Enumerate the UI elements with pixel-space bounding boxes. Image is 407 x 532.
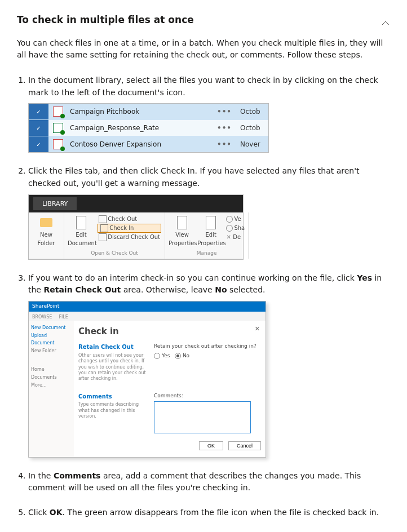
step-5: Click OK. The green arrow disappears fro… (28, 507, 390, 519)
file-icon (48, 136, 68, 152)
retain-desc: Other users will not see your changes un… (78, 353, 146, 382)
radio-no (175, 353, 181, 359)
step-2-text: Click the Files tab, and then click Chec… (28, 166, 360, 188)
intro-text: You can check files in one at a time, or… (17, 37, 390, 61)
more-icon: ••• (213, 123, 236, 134)
file-name: Campaign Pitchbook (68, 107, 213, 117)
comments-label: Comments: (154, 392, 261, 400)
file-icon (48, 104, 68, 119)
radio-group: Yes No (154, 352, 261, 360)
comments-textarea (154, 401, 251, 433)
new-folder-button: New Folder (33, 215, 60, 248)
comments-desc: Type comments describing what has change… (78, 402, 146, 419)
check-out-button: Check Out (98, 215, 161, 224)
file-month: Octob (236, 123, 268, 134)
group-title: Open & Check Out (68, 248, 161, 258)
file-name: Campaign_Response_Rate (68, 123, 213, 134)
ok-button: OK (199, 441, 223, 450)
discard-checkout-button: Discard Check Out (98, 233, 161, 242)
file-name: Contoso Denver Expansion (68, 139, 213, 150)
collapse-icon[interactable] (381, 19, 390, 30)
file-row: ✓ Campaign Pitchbook ••• Octob (29, 104, 268, 119)
step-3: If you want to do an interim check-in so… (28, 272, 390, 458)
edit-document-button: Edit Document (68, 215, 95, 248)
step-1-text: In the document library, select all the … (28, 76, 378, 97)
properties-icon (177, 216, 187, 229)
file-row: ✓ Campaign_Response_Rate ••• Octob (29, 119, 268, 136)
sharepoint-nav: SharePoint (29, 302, 266, 312)
version-button: Ve (226, 215, 245, 224)
browse-tab: BROWSE (29, 314, 55, 321)
cancel-button: Cancel (228, 441, 261, 450)
ribbon-screenshot: LIBRARY New Folder Edit Document (28, 194, 244, 260)
file-list-screenshot: ✓ Campaign Pitchbook ••• Octob ✓ Campaig… (28, 103, 269, 153)
checkmark-icon: ✓ (29, 104, 48, 119)
folder-icon (40, 218, 52, 227)
more-icon: ••• (213, 107, 236, 117)
section-heading[interactable]: To check in multiple files at once (17, 14, 194, 25)
check-in-button: Check In (98, 224, 161, 233)
step-4: In the Comments area, add a comment that… (28, 470, 390, 494)
side-nav: New Document Upload Document New Folder … (29, 321, 74, 457)
retain-prompt: Retain your check out after checking in? (154, 343, 261, 351)
delete-button: ✕ De (226, 233, 245, 242)
step-2: Click the Files tab, and then click Chec… (28, 165, 390, 259)
document-icon (76, 216, 86, 229)
checkmark-icon: ✓ (29, 120, 48, 136)
file-icon (48, 120, 68, 136)
radio-yes (154, 353, 160, 359)
step-1: In the document library, select all the … (28, 74, 390, 153)
dialog-title: Check in (78, 323, 261, 343)
retain-heading: Retain Check Out (78, 343, 146, 352)
checkmark-icon: ✓ (29, 136, 48, 152)
more-icon: ••• (213, 139, 236, 150)
edit-properties-button: Edit Properties (197, 215, 224, 248)
file-month: Octob (236, 107, 268, 117)
file-month: Nover (236, 139, 268, 150)
properties-icon (206, 216, 216, 229)
check-buttons: Check Out Check In Discard Check Out (98, 215, 161, 242)
file-tab: FILE (55, 314, 71, 321)
comments-heading: Comments (78, 392, 146, 401)
file-row: ✓ Contoso Denver Expansion ••• Nover (29, 136, 268, 152)
checkin-dialog-screenshot: SharePoint BROWSE FILE New Document Uplo… (28, 301, 266, 458)
view-properties-button: View Properties (169, 215, 196, 248)
share-button: Sha (226, 224, 245, 233)
library-tab: LIBRARY (33, 197, 77, 210)
group-title: Manage (169, 248, 245, 258)
close-icon: ✕ (255, 324, 260, 334)
steps-list: In the document library, select all the … (17, 74, 390, 519)
